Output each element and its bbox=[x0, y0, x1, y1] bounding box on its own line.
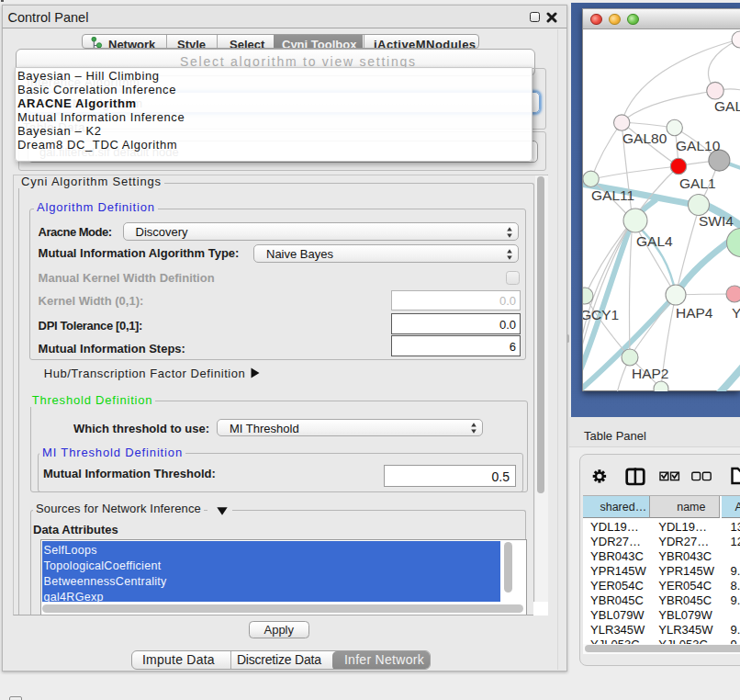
svg-text:HAP2: HAP2 bbox=[632, 366, 669, 381]
svg-text:GAL80: GAL80 bbox=[622, 130, 667, 146]
svg-text:SWI4: SWI4 bbox=[699, 213, 734, 229]
svg-text:GCY1: GCY1 bbox=[583, 307, 619, 322]
svg-text:YB: YB bbox=[732, 305, 740, 321]
svg-text:GAL10: GAL10 bbox=[676, 138, 721, 153]
svg-text:GAL4: GAL4 bbox=[636, 233, 673, 249]
svg-text:GAL1: GAL1 bbox=[679, 175, 716, 191]
svg-text:GAL7: GAL7 bbox=[714, 98, 740, 114]
svg-text:HAP4: HAP4 bbox=[676, 305, 713, 321]
svg-text:GAL11: GAL11 bbox=[591, 187, 634, 203]
